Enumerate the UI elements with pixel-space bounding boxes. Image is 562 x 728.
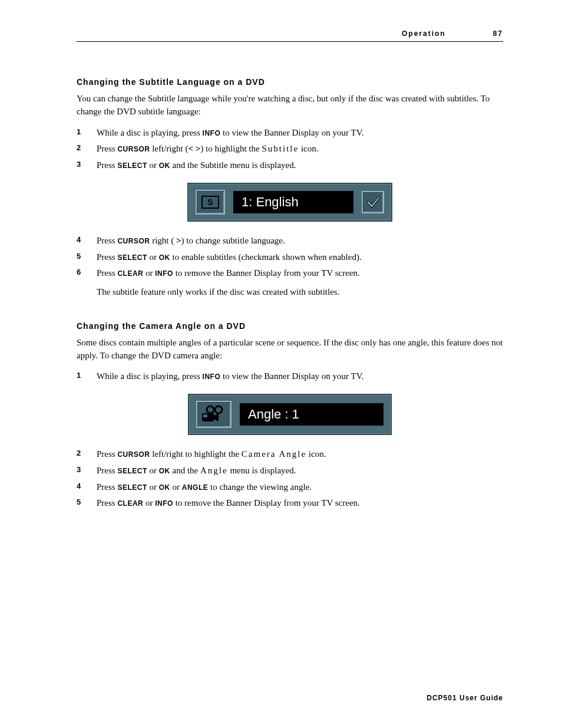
svg-point-6: [215, 406, 222, 413]
page-number: 87: [493, 29, 503, 38]
step-body: Press SELECT or OK and the Angle menu is…: [97, 465, 503, 477]
step-num: 3: [77, 465, 97, 477]
svg-point-5: [207, 406, 214, 413]
key-select: SELECT: [117, 253, 147, 262]
key-select: SELECT: [117, 483, 147, 492]
key-info: INFO: [155, 499, 173, 508]
s2-step-5: 5 Press CLEAR or INFO to remove the Bann…: [77, 497, 503, 510]
subtitle-note: The subtitle feature only works if the d…: [97, 287, 339, 297]
step-body: While a disc is playing, press INFO to v…: [97, 127, 503, 140]
checkmark-icon: [362, 191, 384, 213]
s2-step-3: 3 Press SELECT or OK and the Angle menu …: [77, 465, 503, 477]
header-section: Operation: [402, 29, 446, 38]
s1-step-2: 2 Press CURSOR left/right (< >) to highl…: [77, 143, 503, 156]
step-num: 5: [77, 497, 97, 510]
angle-banner-text: Angle : 1: [240, 403, 384, 426]
s1-step-3: 3 Press SELECT or OK and the Subtitle me…: [77, 159, 503, 172]
s1-step-4: 4 Press CURSOR right ( >) to change subt…: [77, 235, 503, 248]
key-info: INFO: [203, 129, 221, 137]
step-num: 6: [77, 267, 97, 299]
step-num: 4: [77, 481, 97, 494]
key-ok: OK: [159, 162, 170, 170]
step-num: 1: [77, 127, 97, 140]
step-body: Press CURSOR left/right (< >) to highlig…: [97, 143, 503, 156]
key-clear: CLEAR: [117, 499, 143, 508]
s1-step-5: 5 Press SELECT or OK to enable subtitles…: [77, 251, 503, 264]
step-num: 4: [77, 235, 97, 248]
svg-text:S: S: [207, 197, 213, 207]
key-cursor: CURSOR: [117, 237, 150, 245]
key-cursor: CURSOR: [117, 145, 150, 153]
s2-step-4: 4 Press SELECT or OK or ANGLE to change …: [77, 481, 503, 494]
step-body: While a disc is playing, press INFO to v…: [97, 370, 503, 383]
s2-step-1: 1 While a disc is playing, press INFO to…: [77, 370, 503, 383]
key-select: SELECT: [117, 162, 147, 170]
step-body: Press CURSOR right ( >) to change subtit…: [97, 235, 503, 248]
page-footer: DCP501 User Guide: [427, 694, 503, 702]
step-body: Press CURSOR left/right to highlight the…: [97, 448, 503, 461]
key-select: SELECT: [117, 467, 147, 475]
subtitle-banner: S 1: English: [187, 183, 392, 222]
intro-angle: Some discs contain multiple angles of a …: [77, 337, 503, 363]
subtitle-banner-text: 1: English: [233, 191, 353, 213]
step-num: 2: [77, 143, 97, 156]
camera-angle-icon: [196, 401, 232, 428]
key-cursor: CURSOR: [117, 450, 150, 459]
svg-marker-4: [214, 413, 219, 421]
key-angle: ANGLE: [182, 483, 209, 492]
heading-camera-angle: Changing the Camera Angle on a DVD: [77, 321, 503, 331]
angle-banner: Angle : 1: [188, 394, 392, 435]
step-body: Press SELECT or OK to enable subtitles (…: [97, 251, 503, 264]
step-num: 3: [77, 159, 97, 172]
step-body: Press SELECT or OK or ANGLE to change th…: [97, 481, 503, 494]
step-body: Press SELECT or OK and the Subtitle menu…: [97, 159, 503, 172]
key-ok: OK: [159, 253, 170, 262]
key-info: INFO: [155, 269, 173, 278]
s1-step-1: 1 While a disc is playing, press INFO to…: [77, 127, 503, 140]
key-ok: OK: [159, 467, 170, 475]
svg-rect-3: [203, 414, 207, 417]
s2-step-2: 2 Press CURSOR left/right to highlight t…: [77, 448, 503, 461]
s1-step-6: 6 Press CLEAR or INFO to remove the Bann…: [77, 267, 503, 299]
intro-subtitle: You can change the Subtitle language whi…: [77, 93, 503, 118]
step-num: 5: [77, 251, 97, 264]
step-num: 1: [77, 370, 97, 383]
step-num: 2: [77, 448, 97, 461]
step-body: Press CLEAR or INFO to remove the Banner…: [97, 497, 503, 510]
key-clear: CLEAR: [117, 269, 143, 278]
step-body: Press CLEAR or INFO to remove the Banner…: [97, 267, 503, 299]
subtitle-s-icon: S: [196, 190, 225, 215]
key-ok: OK: [159, 483, 170, 492]
heading-subtitle-language: Changing the Subtitle Language on a DVD: [77, 77, 503, 87]
page-header: Operation 87: [77, 29, 503, 42]
key-info: INFO: [203, 373, 221, 381]
